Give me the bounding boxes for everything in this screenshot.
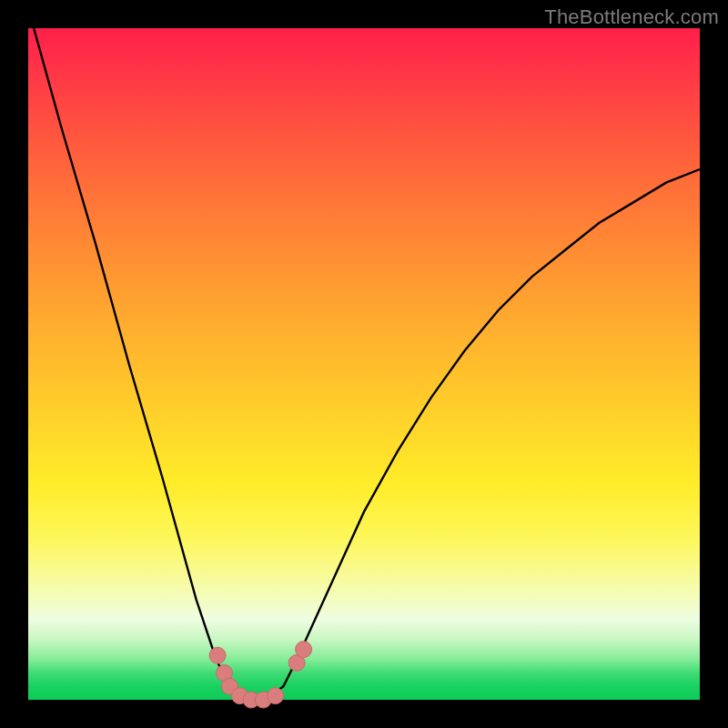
- curve-line: [28, 8, 700, 700]
- curve-marker: [296, 642, 312, 658]
- chart-frame: TheBottleneck.com: [0, 0, 728, 728]
- curve-marker: [209, 647, 226, 663]
- bottleneck-curve: [28, 28, 700, 700]
- curve-markers: [209, 642, 312, 708]
- watermark-text: TheBottleneck.com: [544, 5, 719, 29]
- curve-marker: [268, 688, 284, 704]
